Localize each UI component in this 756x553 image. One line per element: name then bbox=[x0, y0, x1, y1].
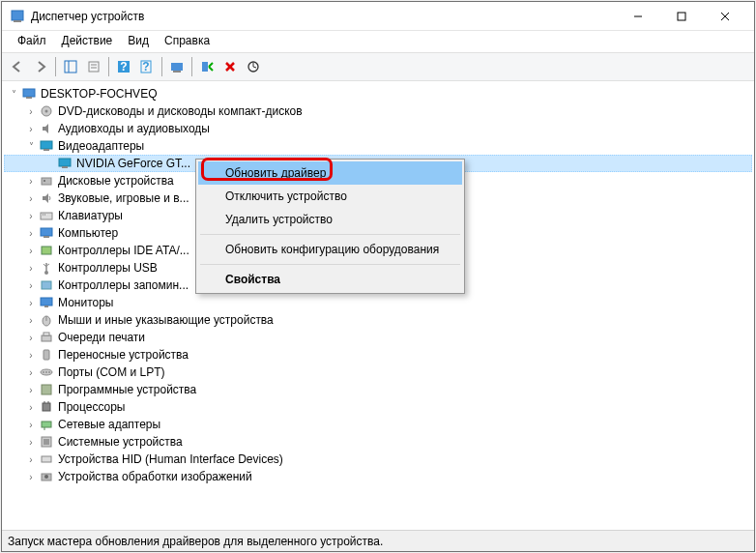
ctx-disable-device[interactable]: Отключить устройство bbox=[198, 185, 462, 208]
show-hide-tree-button[interactable] bbox=[60, 56, 81, 77]
tree-item[interactable]: ›Системные устройства bbox=[4, 433, 752, 451]
processor-icon bbox=[39, 399, 54, 415]
computer-icon bbox=[39, 225, 54, 241]
expand-icon[interactable]: › bbox=[23, 330, 39, 345]
expand-icon[interactable]: › bbox=[23, 208, 39, 223]
svg-point-24 bbox=[45, 110, 48, 113]
tree-item[interactable]: ›Процессоры bbox=[4, 398, 752, 416]
svg-rect-16 bbox=[173, 71, 181, 73]
toolbar: ? ? bbox=[2, 52, 754, 81]
tree-item-label: Устройства обработки изображений bbox=[58, 470, 252, 483]
tree-item-label: Контроллеры USB bbox=[58, 261, 158, 275]
tree-item[interactable]: ›Устройства обработки изображений bbox=[4, 468, 752, 485]
ide-controller-icon bbox=[39, 243, 54, 258]
svg-rect-27 bbox=[59, 159, 71, 166]
expand-icon[interactable]: › bbox=[23, 103, 39, 119]
collapse-icon[interactable]: ˅ bbox=[6, 86, 21, 102]
svg-rect-3 bbox=[678, 13, 685, 20]
expand-icon[interactable]: › bbox=[23, 243, 39, 258]
close-button[interactable] bbox=[703, 2, 746, 31]
titlebar: Диспетчер устройств bbox=[2, 2, 754, 31]
device-tree[interactable]: ˅ DESKTOP-FOCHVEQ ›DVD-дисководы и диско… bbox=[2, 81, 754, 530]
tree-item[interactable]: ›Переносные устройства bbox=[4, 346, 752, 364]
enable-device-button[interactable] bbox=[196, 56, 218, 77]
expand-icon[interactable]: › bbox=[23, 399, 39, 415]
ctx-scan-hardware[interactable]: Обновить конфигурацию оборудования bbox=[198, 238, 462, 261]
mouse-icon bbox=[39, 312, 54, 328]
tree-item[interactable]: ›Программные устройства bbox=[4, 381, 752, 398]
tree-item-label: Аудиовходы и аудиовыходы bbox=[58, 122, 210, 135]
svg-text:?: ? bbox=[120, 60, 127, 73]
tree-item[interactable]: ›Мыши и иные указывающие устройства bbox=[4, 311, 752, 329]
expand-icon[interactable]: › bbox=[23, 190, 39, 206]
expand-icon[interactable]: › bbox=[23, 277, 39, 293]
tree-item-label: Сетевые адаптеры bbox=[58, 418, 160, 431]
expand-icon[interactable]: › bbox=[23, 225, 39, 241]
ctx-remove-device[interactable]: Удалить устройство bbox=[198, 208, 462, 231]
svg-rect-39 bbox=[42, 281, 51, 289]
tree-item-label: NVIDIA GeForce GT... bbox=[76, 157, 190, 170]
help-button[interactable]: ? bbox=[113, 56, 134, 77]
svg-rect-0 bbox=[12, 11, 23, 20]
maximize-button[interactable] bbox=[659, 2, 703, 31]
menu-view[interactable]: Вид bbox=[120, 31, 157, 52]
expand-icon[interactable]: › bbox=[23, 121, 39, 136]
storage-controller-icon bbox=[39, 277, 54, 293]
tree-item[interactable]: ›Очереди печати bbox=[4, 329, 752, 346]
tree-item[interactable]: ›DVD-дисководы и дисководы компакт-диско… bbox=[4, 102, 752, 120]
uninstall-button[interactable] bbox=[219, 56, 241, 77]
svg-rect-17 bbox=[202, 62, 208, 72]
help-topics-button[interactable]: ? bbox=[136, 56, 158, 77]
collapse-icon[interactable]: ˅ bbox=[23, 138, 39, 154]
tree-item[interactable]: ›Сетевые адаптеры bbox=[4, 416, 752, 433]
forward-button[interactable] bbox=[30, 56, 51, 77]
svg-rect-29 bbox=[42, 178, 51, 185]
ctx-separator bbox=[200, 264, 460, 265]
expand-icon[interactable]: › bbox=[23, 469, 39, 484]
expand-icon[interactable]: › bbox=[23, 451, 39, 467]
minimize-button[interactable] bbox=[616, 2, 659, 31]
expand-icon[interactable]: › bbox=[23, 382, 39, 397]
svg-rect-52 bbox=[43, 403, 50, 411]
hid-icon bbox=[39, 451, 54, 467]
svg-point-48 bbox=[43, 371, 44, 373]
expand-icon[interactable]: › bbox=[23, 434, 39, 450]
tree-item-display-adapters[interactable]: ˅Видеоадаптеры bbox=[4, 137, 752, 155]
expand-icon[interactable]: › bbox=[23, 173, 39, 189]
svg-rect-59 bbox=[42, 456, 51, 462]
context-menu: Обновить драйвер Отключить устройство Уд… bbox=[195, 159, 465, 294]
properties-button[interactable] bbox=[83, 56, 104, 77]
device-manager-window: Диспетчер устройств Файл Действие Вид Сп… bbox=[1, 1, 755, 552]
expand-icon[interactable]: › bbox=[23, 260, 39, 276]
svg-rect-41 bbox=[44, 306, 48, 307]
toolbar-separator bbox=[108, 57, 109, 76]
update-driver-button[interactable] bbox=[243, 56, 264, 77]
toolbar-separator bbox=[161, 57, 162, 76]
scan-hardware-button[interactable] bbox=[166, 56, 188, 77]
expand-icon[interactable]: › bbox=[23, 417, 39, 432]
expand-icon[interactable]: › bbox=[23, 364, 39, 380]
tree-item-label: Компьютер bbox=[58, 226, 118, 240]
svg-rect-28 bbox=[62, 166, 68, 168]
tree-item[interactable]: ›Порты (COM и LPT) bbox=[4, 364, 752, 381]
tree-item[interactable]: ›Аудиовходы и аудиовыходы bbox=[4, 120, 752, 137]
expand-icon[interactable]: › bbox=[23, 295, 39, 310]
tree-item[interactable]: ›Устройства HID (Human Interface Devices… bbox=[4, 451, 752, 468]
keyboard-icon bbox=[39, 208, 54, 223]
menu-action[interactable]: Действие bbox=[54, 31, 121, 52]
expand-icon[interactable]: › bbox=[23, 347, 39, 363]
tree-item[interactable]: ›Мониторы bbox=[4, 294, 752, 311]
tree-item-label: Контроллеры IDE ATA/... bbox=[58, 244, 189, 257]
tree-root-label: DESKTOP-FOCHVEQ bbox=[41, 87, 157, 101]
expand-icon[interactable]: › bbox=[23, 312, 39, 328]
svg-point-30 bbox=[44, 180, 45, 182]
tree-root[interactable]: ˅ DESKTOP-FOCHVEQ bbox=[4, 85, 752, 102]
ctx-properties[interactable]: Свойства bbox=[198, 268, 462, 291]
back-button[interactable] bbox=[7, 56, 28, 77]
svg-rect-26 bbox=[44, 149, 49, 151]
menu-file[interactable]: Файл bbox=[10, 31, 54, 52]
menu-help[interactable]: Справка bbox=[157, 31, 218, 52]
ctx-update-driver[interactable]: Обновить драйвер bbox=[198, 161, 462, 185]
usb-icon bbox=[39, 260, 54, 276]
svg-rect-25 bbox=[41, 141, 52, 149]
